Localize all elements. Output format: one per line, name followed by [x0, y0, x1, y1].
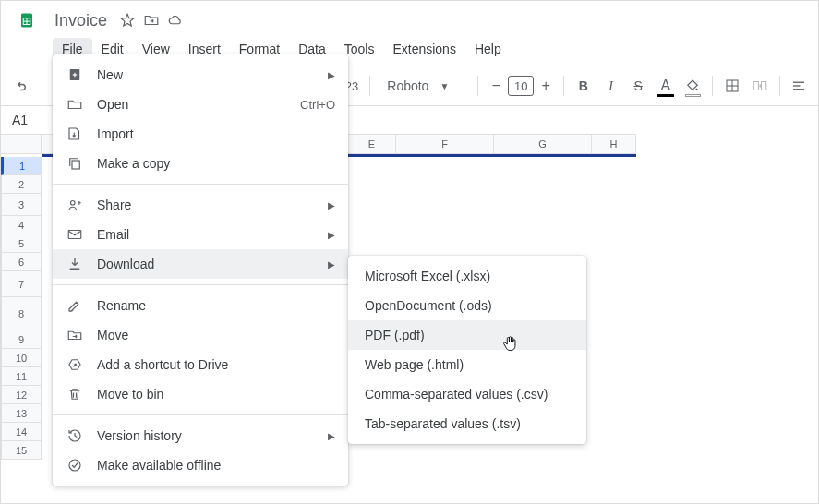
name-box[interactable]: A1 — [8, 113, 31, 127]
menu-separator — [53, 414, 348, 415]
file-make-copy[interactable]: Make a copy — [53, 149, 348, 178]
menu-help[interactable]: Help — [465, 38, 511, 60]
strikethrough-button[interactable]: S — [626, 73, 650, 99]
download-ods[interactable]: OpenDocument (.ods) — [348, 291, 586, 320]
row-header[interactable]: 13 — [1, 404, 42, 423]
column-header[interactable]: H — [592, 134, 636, 154]
chevron-down-icon: ▼ — [440, 81, 449, 91]
row-header[interactable]: 4 — [1, 216, 42, 234]
column-header[interactable]: G — [494, 134, 592, 154]
menu-label: Move to bin — [97, 387, 163, 402]
row-header[interactable]: 8 — [1, 297, 42, 330]
file-version-history[interactable]: Version history ▶ — [53, 421, 348, 450]
download-submenu: Microsoft Excel (.xlsx) OpenDocument (.o… — [348, 256, 586, 444]
move-folder-icon[interactable] — [142, 11, 161, 30]
column-header[interactable]: E — [348, 134, 396, 154]
menu-label: Open — [97, 97, 128, 112]
menu-label: Share — [97, 198, 131, 212]
svg-rect-9 — [753, 82, 758, 90]
row-header[interactable]: 10 — [1, 349, 42, 367]
row-header[interactable]: 14 — [1, 423, 42, 441]
menu-label: Rename — [97, 298, 146, 313]
svg-point-18 — [71, 201, 76, 206]
font-size-increase[interactable]: + — [536, 78, 556, 94]
download-csv[interactable]: Comma-separated values (.csv) — [348, 379, 586, 409]
row-header[interactable]: 11 — [1, 367, 42, 386]
hand-cursor-icon — [501, 335, 518, 355]
row-header[interactable]: 3 — [1, 194, 42, 216]
svg-rect-10 — [761, 82, 765, 90]
file-open[interactable]: Open Ctrl+O — [53, 90, 348, 119]
separator — [477, 76, 478, 96]
select-all-cell[interactable] — [1, 134, 42, 154]
download-icon — [66, 255, 84, 273]
merge-cells-button[interactable] — [748, 73, 772, 99]
menu-separator — [53, 284, 348, 285]
file-email[interactable]: Email ▶ — [53, 220, 348, 249]
download-html[interactable]: Web page (.html) — [348, 350, 586, 379]
menu-label: Move — [97, 328, 128, 342]
file-import[interactable]: Import — [53, 119, 348, 149]
download-pdf[interactable]: PDF (.pdf) — [348, 320, 586, 350]
file-move-to-bin[interactable]: Move to bin — [53, 379, 348, 409]
document-title[interactable]: Invoice — [49, 11, 113, 30]
offline-icon — [66, 456, 84, 474]
download-xlsx[interactable]: Microsoft Excel (.xlsx) — [348, 261, 586, 291]
menu-label: New — [97, 67, 123, 82]
rename-icon — [66, 296, 84, 315]
file-add-shortcut[interactable]: Add a shortcut to Drive — [53, 350, 348, 379]
svg-rect-17 — [72, 161, 79, 169]
trash-icon — [66, 385, 84, 403]
separator — [563, 76, 564, 96]
history-icon — [66, 426, 84, 445]
row-header[interactable]: 1 — [1, 157, 42, 175]
download-tsv[interactable]: Tab-separated values (.tsv) — [348, 409, 586, 438]
menu-label: Download — [97, 257, 154, 271]
menu-label: Import — [97, 126, 134, 141]
submenu-arrow-icon: ▶ — [328, 230, 335, 240]
row-header[interactable]: 12 — [1, 386, 42, 404]
separator — [712, 76, 713, 96]
row-header[interactable]: 5 — [1, 234, 42, 253]
row-header[interactable]: 6 — [1, 253, 42, 271]
menu-extensions[interactable]: Extensions — [383, 38, 464, 60]
row-header[interactable]: 2 — [1, 175, 42, 194]
move-icon — [66, 326, 84, 344]
cloud-status-icon[interactable] — [166, 11, 185, 30]
shortcut-label: Ctrl+O — [300, 98, 335, 112]
file-menu-dropdown: New ▶ Open Ctrl+O Import Make a copy Sha… — [53, 54, 348, 486]
font-name: Roboto — [387, 78, 428, 93]
row-header[interactable]: 7 — [1, 271, 42, 297]
star-icon[interactable] — [118, 11, 137, 30]
menu-label: Version history — [97, 428, 182, 443]
file-move[interactable]: Move — [53, 320, 348, 350]
menu-label: Make available offline — [97, 458, 221, 473]
fill-color-button[interactable] — [681, 73, 705, 99]
font-size-decrease[interactable]: − — [486, 78, 506, 94]
undo-button[interactable] — [8, 73, 32, 99]
menu-label: Make a copy — [97, 156, 170, 171]
align-button[interactable] — [787, 73, 811, 99]
text-color-button[interactable]: A — [654, 73, 678, 99]
svg-point-5 — [696, 89, 698, 90]
row-header[interactable]: 9 — [1, 330, 42, 349]
bold-button[interactable]: B — [572, 73, 596, 99]
file-rename[interactable]: Rename — [53, 291, 348, 320]
font-size-input[interactable]: 10 — [508, 76, 534, 96]
menu-label: Email — [97, 227, 129, 242]
folder-icon — [66, 95, 84, 114]
font-selector[interactable]: Roboto▼ — [378, 78, 470, 93]
borders-button[interactable] — [720, 73, 744, 99]
row-header[interactable]: 15 — [1, 441, 42, 460]
italic-button[interactable]: I — [599, 73, 623, 99]
file-available-offline[interactable]: Make available offline — [53, 450, 348, 480]
sheets-logo[interactable] — [8, 2, 45, 39]
file-new[interactable]: New ▶ — [53, 60, 348, 90]
separator — [779, 76, 780, 96]
copy-icon — [66, 154, 84, 173]
svg-point-20 — [69, 460, 80, 471]
file-download[interactable]: Download ▶ — [53, 249, 348, 279]
new-sheet-icon — [66, 66, 84, 84]
column-header[interactable]: F — [396, 134, 494, 154]
file-share[interactable]: Share ▶ — [53, 190, 348, 220]
